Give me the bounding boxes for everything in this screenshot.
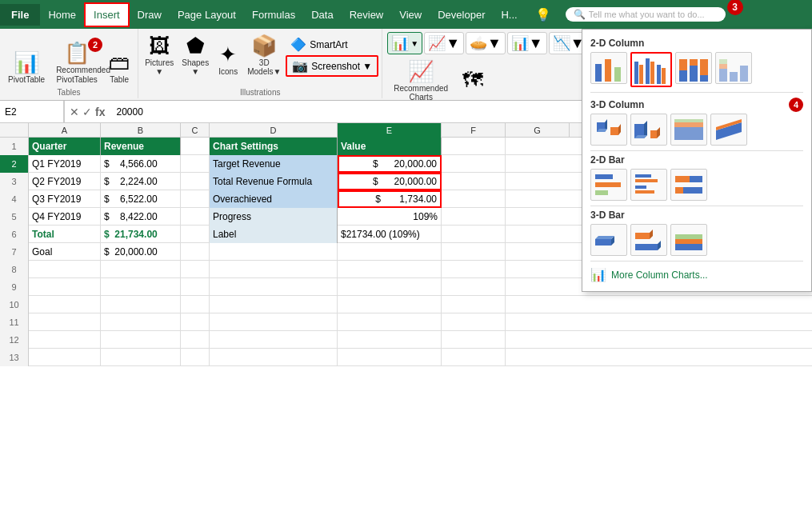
cell-f3[interactable] [442, 173, 506, 190]
cell-d6[interactable]: Label [210, 226, 338, 243]
2d-col-chart-1[interactable] [590, 52, 627, 84]
shapes-button[interactable]: ⬟ Shapes▼ [178, 32, 212, 78]
cell-c5[interactable] [181, 208, 210, 226]
2d-bar-chart-2[interactable] [630, 169, 667, 201]
col-header-a[interactable]: A [29, 123, 101, 138]
map-chart-button[interactable]: 🗺 [456, 66, 490, 94]
insert-function-icon[interactable]: fx [95, 106, 105, 118]
cell-f4[interactable] [442, 190, 506, 208]
3d-col-chart-1[interactable] [590, 114, 627, 146]
cell-a2[interactable]: Q1 FY2019 [29, 155, 101, 173]
cancel-formula-icon[interactable]: ✕ [70, 106, 79, 118]
cell-a6[interactable]: Total [29, 226, 101, 243]
cell-b4[interactable]: $ 6,522.00 [101, 190, 181, 208]
pictures-button[interactable]: 🖼 Pictures▼ [142, 32, 177, 78]
col-header-d[interactable]: D [210, 123, 338, 138]
2d-col-chart-4[interactable] [715, 52, 752, 84]
tab-page-layout[interactable]: Page Layout [170, 4, 244, 26]
col-header-c[interactable]: C [181, 123, 210, 138]
cell-c2[interactable] [181, 155, 210, 173]
cell-c4[interactable] [181, 190, 210, 208]
cell-c3[interactable] [181, 173, 210, 190]
svg-marker-52 [650, 230, 653, 239]
pivot-table-label: PivotTable [8, 75, 45, 85]
more-column-charts-button[interactable]: 📊 More Column Charts... [590, 265, 803, 285]
cell-f7[interactable] [442, 243, 506, 261]
map-icon: 🗺 [462, 68, 483, 93]
screenshot-button[interactable]: 📷 Screenshot ▼ [286, 55, 378, 77]
cell-a1[interactable]: Quarter [29, 138, 101, 155]
cell-b7[interactable]: $ 20,000.00 [101, 243, 181, 261]
cell-d2[interactable]: Target Revenue [210, 155, 338, 173]
tab-help[interactable]: H... [493, 4, 525, 26]
3d-col-chart-4[interactable] [710, 114, 747, 146]
help-icon[interactable]: 💡 [529, 7, 558, 22]
cell-f6[interactable] [442, 226, 506, 243]
tab-draw[interactable]: Draw [130, 4, 170, 26]
cell-a7[interactable]: Goal [29, 243, 101, 261]
line-chart-button[interactable]: 📈▼ [424, 32, 464, 54]
svg-rect-39 [635, 179, 658, 182]
3d-models-button[interactable]: 📦 3DModels▼ [244, 32, 284, 78]
cell-d3[interactable]: Total Revenue Formula [210, 173, 338, 190]
cell-e2[interactable]: $ 20,000.00 [338, 155, 442, 173]
tab-formulas[interactable]: Formulas [244, 4, 303, 26]
2d-bar-chart-3[interactable] [670, 169, 707, 201]
cell-c7[interactable] [181, 243, 210, 261]
tab-data[interactable]: Data [303, 4, 341, 26]
tab-insert[interactable]: Insert [84, 2, 130, 27]
recommended-pivot-button[interactable]: 2 📋 Recommended PivotTables [51, 39, 102, 86]
cell-e1[interactable]: Value [338, 138, 442, 155]
2d-bar-chart-1[interactable] [590, 169, 627, 201]
tab-review[interactable]: Review [342, 4, 392, 26]
svg-marker-28 [650, 130, 657, 138]
tab-view[interactable]: View [391, 4, 430, 26]
cell-b6[interactable]: $ 21,734.00 [101, 226, 181, 243]
pivot-table-button[interactable]: 📊 PivotTable [3, 49, 50, 86]
cell-d1[interactable]: Chart Settings [210, 138, 338, 155]
col-header-e[interactable]: E [338, 123, 442, 138]
cell-e5[interactable]: 109% [338, 208, 442, 226]
cell-c6[interactable] [181, 226, 210, 243]
cell-b3[interactable]: $ 2,224.00 [101, 173, 181, 190]
bar-chart-button[interactable]: 📊▼ [507, 32, 547, 54]
cell-f1[interactable] [442, 138, 506, 155]
recommended-charts-button[interactable]: 📈 RecommendedCharts [387, 58, 454, 103]
cell-a3[interactable]: Q2 FY2019 [29, 173, 101, 190]
cell-d5[interactable]: Progress [210, 208, 338, 226]
cell-e4[interactable]: $ 1,734.00 [338, 190, 442, 208]
cell-b5[interactable]: $ 8,422.00 [101, 208, 181, 226]
cell-d4[interactable]: Overachieved [210, 190, 338, 208]
cell-e6[interactable]: $21734.00 (109%) [338, 226, 442, 243]
cell-e3[interactable]: $ 20,000.00 [338, 173, 442, 190]
column-chart-dropdown-button[interactable]: 📊 ▼ [387, 32, 422, 54]
icons-button[interactable]: ✦ Icons [214, 41, 242, 78]
tell-me-box[interactable]: 🔍 Tell me what you want to do... [566, 7, 726, 22]
3d-col-chart-3[interactable] [670, 114, 707, 146]
cell-a5[interactable]: Q4 FY2019 [29, 208, 101, 226]
3d-bar-chart-3[interactable] [670, 224, 707, 256]
cell-b2[interactable]: $ 4,566.00 [101, 155, 181, 173]
cell-f5[interactable] [442, 208, 506, 226]
2d-col-chart-2-selected[interactable] [630, 52, 672, 87]
3d-bar-chart-1[interactable] [590, 224, 627, 256]
smartart-button[interactable]: 🔷 SmartArt [286, 35, 378, 54]
tab-file[interactable]: File [0, 4, 40, 26]
cell-e7[interactable] [338, 243, 442, 261]
tab-home[interactable]: Home [40, 4, 84, 26]
cell-f2[interactable] [442, 155, 506, 173]
cell-b1[interactable]: Revenue [101, 138, 181, 155]
pie-chart-button[interactable]: 🥧▼ [466, 32, 506, 54]
col-header-b[interactable]: B [101, 123, 181, 138]
cell-c1[interactable] [181, 138, 210, 155]
cell-d7[interactable] [210, 243, 338, 261]
tab-developer[interactable]: Developer [430, 4, 493, 26]
cell-ref-box[interactable]: E2 [0, 101, 64, 122]
cell-a4[interactable]: Q3 FY2019 [29, 190, 101, 208]
3d-bar-chart-2[interactable] [630, 224, 667, 256]
3d-col-chart-2[interactable] [630, 114, 667, 146]
2d-col-chart-3[interactable] [675, 52, 712, 84]
col-header-f[interactable]: F [442, 123, 506, 138]
confirm-formula-icon[interactable]: ✓ [82, 106, 92, 118]
col-header-g[interactable]: G [506, 123, 570, 138]
